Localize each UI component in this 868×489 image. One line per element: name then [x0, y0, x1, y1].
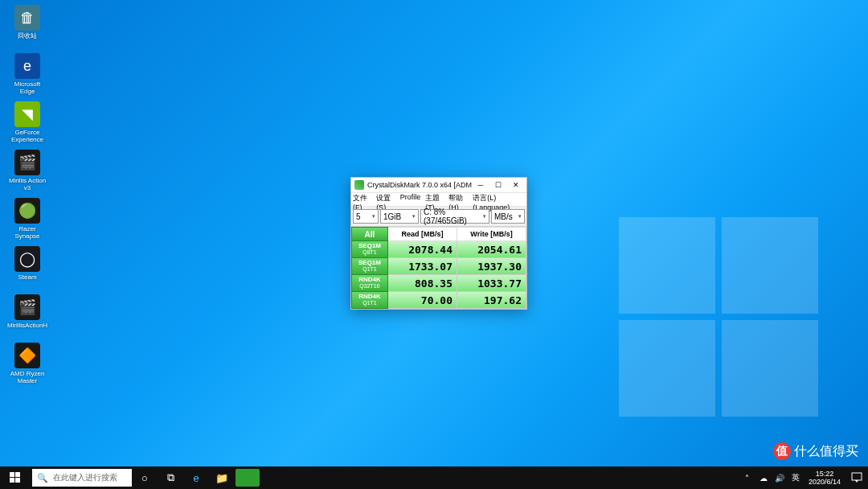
desktop-icon-area: 🗑回收站eMicrosoft Edge◥GeForce Experience🎬M… [6, 5, 55, 391]
edge-taskbar-icon[interactable]: e [183, 466, 209, 489]
network-tray-icon[interactable]: 🔊 [772, 466, 788, 489]
write-value-3: 197.62 [457, 292, 526, 309]
write-value-2: 1033.77 [457, 275, 526, 292]
maximize-button[interactable]: ☐ [489, 178, 507, 192]
cortana-button[interactable]: ○ [132, 466, 158, 489]
desktop-icon-glyph: 🎬 [14, 150, 40, 175]
app-icon [354, 180, 364, 190]
result-row-3: RND4KQ1T170.00197.62 [351, 292, 526, 309]
search-placeholder: 在此键入进行搜索 [53, 472, 117, 483]
test-button-2[interactable]: RND4KQ32T16 [351, 275, 388, 292]
test-name: RND4K [358, 294, 381, 300]
desktop-icon-4[interactable]: 🟢Razer Synapse [6, 198, 48, 243]
taskbar-search[interactable]: 🔍 在此键入进行搜索 [32, 469, 132, 487]
close-button[interactable]: ✕ [507, 178, 525, 192]
desktop-icon-label: AMD Ryzen Master [6, 370, 48, 384]
menu-item-3[interactable]: 主题(T) [425, 193, 444, 206]
taskbar: 🔍 在此键入进行搜索 ○ ⧉ e 📁 ˄ ☁ 🔊 英 15:22 2020/6/… [0, 466, 868, 489]
desktop-icon-glyph: e [14, 53, 40, 79]
desktop-icon-label: MirillisActionH [7, 322, 47, 329]
read-value-3: 70.00 [388, 292, 457, 309]
test-name: SEQ1M [358, 260, 381, 266]
crystaldiskmark-taskbar-icon[interactable] [235, 469, 260, 487]
desktop-icon-3[interactable]: 🎬Mirillis Action v3 [6, 150, 48, 195]
minimize-button[interactable]: ─ [472, 178, 489, 192]
windows-logo-icon [10, 472, 21, 483]
test-name: SEQ1M [358, 243, 381, 249]
desktop-icon-label: Razer Synapse [6, 225, 48, 240]
read-value-0: 2078.44 [388, 241, 457, 258]
taskbar-time: 15:22 [816, 470, 834, 478]
desktop-icon-2[interactable]: ◥GeForce Experience [6, 101, 48, 146]
onedrive-tray-icon[interactable]: ☁ [755, 466, 772, 489]
test-sub: Q1T1 [362, 266, 377, 273]
desktop-icon-label: Steam [18, 273, 36, 281]
menu-item-1[interactable]: 设置(S) [376, 193, 395, 206]
desktop-icon-label: Mirillis Action v3 [6, 177, 48, 191]
search-icon: 🔍 [37, 473, 48, 483]
svg-rect-0 [852, 473, 862, 480]
desktop-icon-glyph: 🗑 [14, 5, 40, 31]
result-row-1: SEQ1MQ1T11733.071937.30 [351, 258, 526, 275]
test-button-0[interactable]: SEQ1MQ8T1 [351, 241, 388, 258]
task-view-button[interactable]: ⧉ [158, 466, 183, 489]
desktop-icon-1[interactable]: eMicrosoft Edge [6, 53, 48, 98]
desktop-icon-5[interactable]: ◯Steam [6, 246, 48, 291]
result-row-2: RND4KQ32T16808.351033.77 [351, 275, 526, 292]
test-sub: Q32T16 [359, 283, 379, 290]
result-row-0: SEQ1MQ8T12078.442054.61 [351, 241, 526, 258]
read-value-1: 1733.07 [388, 258, 457, 275]
notification-icon [851, 472, 862, 483]
window-title: CrystalDiskMark 7.0.0 x64 [ADMIN] [367, 181, 472, 189]
watermark: 值 什么值得买 [773, 442, 858, 460]
desktop-icon-glyph: ◯ [14, 246, 40, 272]
menu-item-4[interactable]: 帮助(H) [448, 193, 468, 206]
wallpaper-windows-logo [619, 217, 828, 426]
test-sub: Q8T1 [362, 249, 377, 256]
taskbar-date: 2020/6/14 [809, 478, 841, 486]
desktop-icon-glyph: 🟢 [14, 198, 40, 224]
drive-dropdown[interactable]: C: 8% (37/465GiB)▾ [420, 209, 489, 224]
crystaldiskmark-window: CrystalDiskMark 7.0.0 x64 [ADMIN] ─ ☐ ✕ … [350, 177, 527, 310]
watermark-text: 什么值得买 [794, 443, 858, 460]
desktop-icon-label: GeForce Experience [6, 129, 48, 143]
results-rows: SEQ1MQ8T12078.442054.61SEQ1MQ1T11733.071… [351, 241, 526, 309]
test-name: RND4K [358, 277, 381, 283]
write-value-1: 1937.30 [457, 258, 526, 275]
menu-bar: 文件(F)设置(S)Profile主题(T)帮助(H)语言(L)(Languag… [351, 193, 526, 207]
test-button-1[interactable]: SEQ1MQ1T1 [351, 258, 388, 275]
test-size-dropdown[interactable]: 1GiB▾ [380, 209, 419, 224]
taskbar-clock[interactable]: 15:22 2020/6/14 [804, 470, 845, 486]
test-count-dropdown[interactable]: 5▾ [353, 209, 379, 224]
test-button-3[interactable]: RND4KQ1T1 [351, 292, 388, 309]
desktop-icon-6[interactable]: 🎬MirillisActionH [6, 294, 48, 339]
desktop-icon-label: 回收站 [18, 32, 37, 39]
desktop-icon-glyph: 🎬 [14, 294, 40, 320]
start-button[interactable] [0, 466, 31, 489]
desktop-icon-glyph: ◥ [14, 101, 40, 127]
ime-tray-icon[interactable]: 英 [788, 466, 804, 489]
action-center-button[interactable] [845, 466, 868, 489]
write-value-0: 2054.61 [457, 241, 526, 258]
controls-row: 5▾ 1GiB▾ C: 8% (37/465GiB)▾ MB/s▾ [351, 207, 526, 227]
read-header: Read [MB/s] [388, 227, 457, 241]
file-explorer-taskbar-icon[interactable]: 📁 [209, 466, 235, 489]
desktop-icon-7[interactable]: 🔶AMD Ryzen Master [6, 343, 48, 388]
desktop-icon-label: Microsoft Edge [6, 80, 48, 95]
write-header: Write [MB/s] [457, 227, 526, 241]
read-value-2: 808.35 [388, 275, 457, 292]
results-header: All Read [MB/s] Write [MB/s] [351, 227, 526, 241]
all-button[interactable]: All [351, 227, 388, 241]
watermark-badge: 值 [773, 442, 791, 460]
menu-item-2[interactable]: Profile [400, 193, 421, 206]
system-tray: ˄ ☁ 🔊 英 15:22 2020/6/14 [739, 466, 868, 489]
menu-item-5[interactable]: 语言(L)(Language) [473, 193, 520, 206]
unit-dropdown[interactable]: MB/s▾ [491, 209, 525, 224]
desktop-icon-0[interactable]: 🗑回收站 [6, 5, 48, 50]
menu-item-0[interactable]: 文件(F) [353, 193, 371, 206]
desktop-icon-glyph: 🔶 [14, 343, 40, 368]
test-sub: Q1T1 [362, 300, 377, 306]
tray-chevron-icon[interactable]: ˄ [739, 466, 755, 489]
window-titlebar[interactable]: CrystalDiskMark 7.0.0 x64 [ADMIN] ─ ☐ ✕ [351, 178, 526, 193]
